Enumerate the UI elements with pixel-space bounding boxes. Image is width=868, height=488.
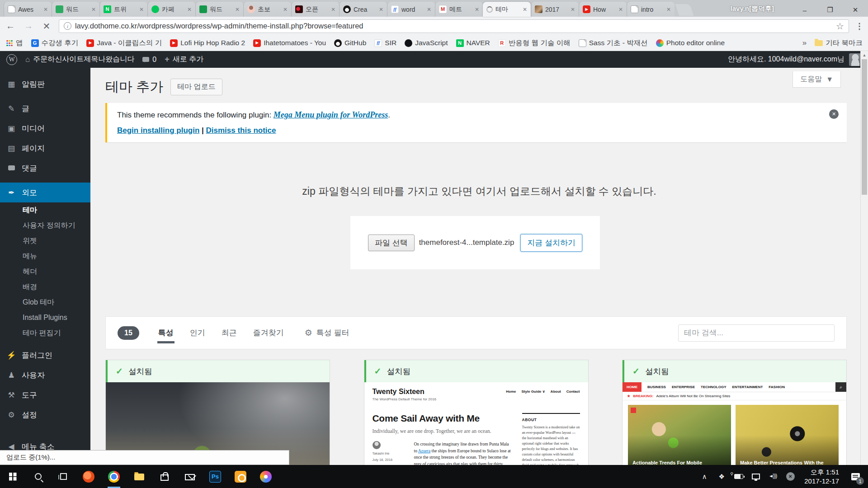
close-button[interactable]: ✕ [843,3,868,17]
tab-close-icon[interactable]: ✕ [187,6,192,13]
submenu-item-customize[interactable]: 사용자 정의하기 [0,218,90,233]
sidebar-item-posts[interactable]: ✎글 [0,99,90,118]
feature-filter-button[interactable]: ⚙ 특성 필터 [305,328,349,338]
tray-chevron-icon[interactable]: ∧ [697,465,712,488]
tab-create[interactable]: Crea✕ [339,2,387,17]
tab-intro[interactable]: intro✕ [627,2,675,17]
sync-paused-icon[interactable]: ✕ [783,465,798,488]
taskbar-app-chrome[interactable] [101,465,127,488]
stop-button[interactable]: ✕ [41,21,52,32]
dropbox-icon[interactable]: ❖ [714,465,729,488]
sidebar-item-pages[interactable]: ▤페이지 [0,138,90,158]
tab-wordpress-1[interactable]: 워드✕ [52,2,99,17]
tab-close-icon[interactable]: ✕ [139,6,144,13]
tab-close-icon[interactable]: ✕ [571,6,575,13]
install-now-button[interactable]: 지금 설치하기 [520,234,582,252]
submenu-item-header[interactable]: 헤더 [0,264,90,279]
admin-bar-site-link[interactable]: ⌂ 주문하신사이트제목나왔습니다 [25,55,134,64]
forward-button[interactable]: → [23,21,34,31]
bookmark-responsive-web[interactable]: R반응형 웹 기술 이해 [498,38,571,48]
tab-2017[interactable]: 2017✕ [531,2,579,17]
sidebar-item-settings[interactable]: ⚙설정 [0,405,90,425]
tab-close-icon[interactable]: ✕ [283,6,288,13]
tab-close-icon[interactable]: ✕ [331,6,335,13]
bookmark-java[interactable]: ▶Java - 이클립스의 기 [86,38,162,48]
tab-close-icon[interactable]: ✕ [235,6,240,13]
start-button[interactable] [0,465,25,488]
user-avatar[interactable] [849,53,862,66]
taskbar-app-media[interactable] [253,465,278,488]
bookmarks-overflow-button[interactable]: » [802,38,807,47]
submenu-item-themes[interactable]: 테마 [0,202,90,218]
theme-search-input[interactable] [678,324,835,342]
choose-file-button[interactable]: 파일 선택 [368,235,415,251]
bookmark-sass[interactable]: Sass 기초 - 박재선 [579,38,648,48]
filter-tab-featured[interactable]: 특성 [158,317,174,349]
submenu-item-install-plugins[interactable]: Install Plugins [0,310,90,325]
scrollbar-up-arrow[interactable]: ▲ [861,51,868,59]
page-scrollbar[interactable]: ▲ [860,51,868,488]
new-tab-button[interactable] [675,4,693,16]
bookmark-apps[interactable]: 앱 [5,38,23,48]
sidebar-item-appearance[interactable]: ✒외모 [0,183,90,202]
tab-close-icon[interactable]: ✕ [43,6,48,13]
sidebar-item-plugins[interactable]: ⚡플러그인 [0,345,90,365]
sidebar-item-tools[interactable]: ⚒도구 [0,385,90,405]
submenu-item-theme-editor[interactable]: 테마 편집기 [0,325,90,341]
bookmark-sir[interactable]: ffSIR [374,39,396,47]
chrome-profile-label[interactable]: lavy.n[뽑덕후] [731,5,774,13]
back-button[interactable]: ← [5,21,16,31]
taskbar-app-explorer[interactable] [127,465,152,488]
restore-button[interactable]: ❐ [817,3,843,17]
tab-close-icon[interactable]: ✕ [666,6,671,13]
tab-close-icon[interactable]: ✕ [523,6,527,13]
task-view-button[interactable] [51,465,76,488]
address-bar[interactable]: i lavy.dothome.co.kr/wordpress/wordpress… [59,19,849,33]
tab-close-icon[interactable]: ✕ [91,6,96,13]
tab-how[interactable]: ▶How✕ [579,2,627,17]
upload-theme-button[interactable]: 테마 업로드 [170,79,222,95]
filter-tab-favorites[interactable]: 즐겨찾기 [253,317,284,349]
sidebar-item-comments[interactable]: 댓글 [0,158,90,178]
taskbar-search-button[interactable] [25,465,51,488]
display-icon[interactable] [748,465,764,488]
tab-close-icon[interactable]: ✕ [427,6,431,13]
taskbar-app-capture[interactable] [228,465,253,488]
tab-open[interactable]: 오픈✕ [291,2,339,17]
bookmark-star-icon[interactable]: ☆ [836,21,844,32]
scrollbar-thumb[interactable] [862,59,867,195]
submenu-item-background[interactable]: 배경 [0,279,90,295]
admin-bar-new-content[interactable]: + 새로 추가 [165,55,203,64]
wordpress-logo-icon[interactable]: W [6,54,17,65]
minimize-button[interactable]: – [792,3,817,17]
action-center-button[interactable]: 1 [845,465,865,488]
submenu-item-glob-theme[interactable]: Glob 테마 [0,295,90,310]
sidebar-item-media[interactable]: ▣미디어 [0,118,90,138]
submenu-item-widgets[interactable]: 위젯 [0,233,90,249]
bookmark-lofi[interactable]: ▶Lofi Hip Hop Radio 2 [170,39,245,47]
taskbar-app-store[interactable] [152,465,177,488]
browser-menu-icon[interactable]: ⋮ [855,21,863,31]
taskbar-app-hancom[interactable] [76,465,101,488]
volume-icon[interactable] [765,465,781,488]
filter-tab-popular[interactable]: 인기 [190,317,205,349]
tab-metro[interactable]: M메트✕ [435,2,483,17]
filter-tab-latest[interactable]: 최근 [222,317,237,349]
begin-install-link[interactable]: Begin installing plugin [117,126,199,135]
bookmark-reviews[interactable]: G수강생 후기 [31,38,79,48]
taskbar-app-mail[interactable] [177,465,203,488]
taskbar-clock[interactable]: 오후 1:51 2017-12-17 [800,468,844,485]
site-info-icon[interactable]: i [64,22,71,30]
tab-word[interactable]: ffword✕ [387,2,435,17]
admin-bar-greeting[interactable]: 안녕하세요. 1004wild@naver.com님 [728,55,844,64]
tab-close-icon[interactable]: ✕ [475,6,479,13]
tab-close-icon[interactable]: ✕ [618,6,623,13]
sidebar-item-users[interactable]: ♟사용자 [0,365,90,385]
taskbar-app-photoshop[interactable]: Ps [203,465,228,488]
tab-close-icon[interactable]: ✕ [379,6,383,13]
bookmark-github[interactable]: GitHub [334,39,366,47]
tab-theme-active[interactable]: 테마✕ [483,2,531,17]
battery-icon[interactable] [731,465,746,488]
tab-twitter[interactable]: N트위✕ [99,2,147,17]
tab-cafe[interactable]: 카페✕ [147,2,195,17]
